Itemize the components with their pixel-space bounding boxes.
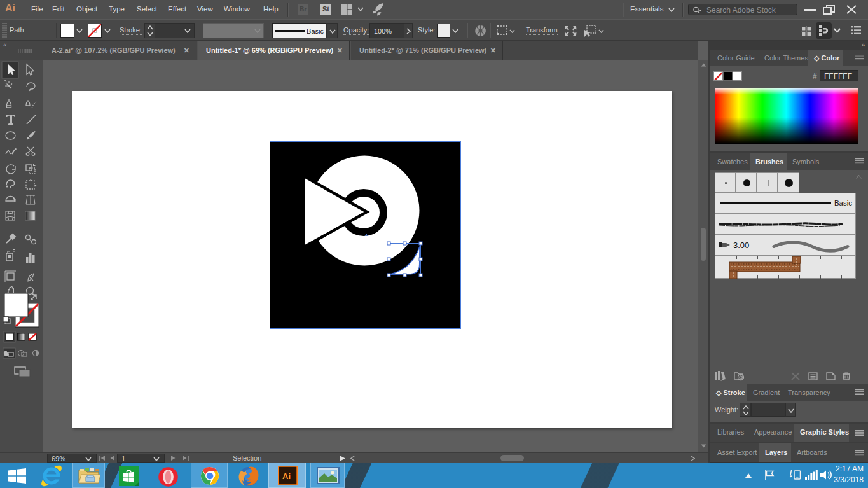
svg-text:Ai: Ai — [282, 471, 291, 481]
svg-text:3.00: 3.00 — [733, 241, 749, 250]
